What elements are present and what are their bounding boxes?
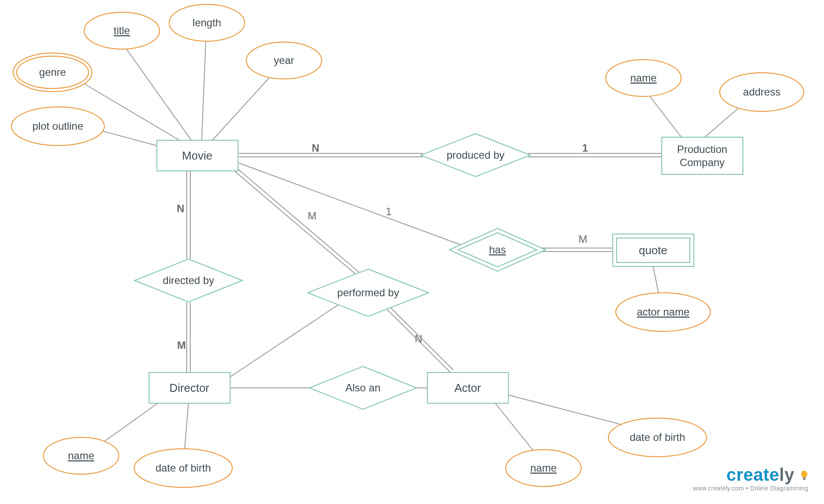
line-director-dob	[184, 403, 188, 456]
entity-actor: Actor	[427, 373, 508, 403]
card-directedby-director: M	[177, 339, 186, 351]
line-movie-performed-2	[235, 167, 371, 282]
brand-part2: ly	[779, 465, 794, 484]
er-diagram-canvas: N 1 N M M N 1 M Movie Production Company…	[0, 0, 824, 504]
creately-logo: creately www.creately.com • Online Diagr…	[693, 465, 808, 492]
attr-pc-name: name	[606, 60, 681, 96]
attr-actor-dob: date of birth	[608, 418, 707, 457]
rel-directed-by: directed by	[135, 259, 242, 302]
attr-director-dob-label: date of birth	[156, 462, 211, 474]
card-movie-has: 1	[386, 206, 391, 217]
attr-length: length	[169, 4, 245, 41]
svg-point-25	[801, 471, 807, 478]
card-producedby-pc: 1	[582, 142, 588, 154]
attr-title: title	[84, 12, 160, 49]
attr-title-label: title	[114, 25, 130, 36]
attr-pc-name-label: name	[630, 72, 657, 84]
rel-performed-by-label: performed by	[337, 287, 399, 298]
line-director-name	[96, 403, 158, 447]
attr-plot-outline-label: plot outline	[32, 120, 83, 132]
attr-director-dob: date of birth	[134, 449, 232, 487]
card-movie-producedby: N	[312, 142, 319, 154]
entity-quote-label: quote	[639, 244, 667, 257]
rel-produced-by-label: produced by	[447, 149, 504, 161]
entity-movie: Movie	[157, 140, 238, 171]
line-movie-has	[239, 163, 462, 245]
rel-produced-by: produced by	[421, 134, 530, 177]
card-movie-directedby: N	[177, 202, 184, 214]
line-movie-year	[210, 70, 276, 142]
svg-rect-1	[662, 137, 743, 174]
attr-quote-actor-name-label: actor name	[637, 306, 689, 318]
line-movie-length	[202, 35, 206, 142]
rel-directed-by-label: directed by	[163, 274, 214, 286]
attr-year-label: year	[274, 54, 295, 66]
rel-also-an: Also an	[309, 366, 416, 409]
entity-quote: quote	[613, 234, 694, 266]
line-movie-genre	[83, 83, 191, 147]
attr-length-label: length	[192, 17, 221, 28]
attr-plot-outline: plot outline	[11, 107, 104, 146]
attr-genre: genre	[13, 53, 92, 92]
rel-performed-by: performed by	[308, 269, 429, 316]
attr-pc-address: address	[720, 73, 804, 111]
brand-tagline: www.creately.com • Online Diagramming	[693, 485, 808, 492]
rel-has-label: has	[489, 244, 506, 256]
rel-has: has	[449, 228, 546, 271]
attr-director-name: name	[43, 437, 119, 474]
attr-actor-name: name	[506, 450, 581, 486]
attr-actor-dob-label: date of birth	[630, 431, 685, 443]
attr-quote-actor-name: actor name	[616, 293, 710, 331]
card-performed-actor: N	[415, 333, 422, 344]
entity-pc-label-1: Production	[677, 143, 728, 155]
entity-actor-label: Actor	[455, 381, 481, 394]
attr-pc-address-label: address	[743, 86, 780, 98]
line-director-performed	[230, 302, 342, 377]
line-pc-name	[646, 92, 684, 140]
card-movie-performed: M	[308, 210, 316, 222]
svg-rect-26	[803, 477, 806, 480]
entity-movie-label: Movie	[182, 149, 212, 162]
brand-part1: create	[726, 465, 779, 484]
entity-director: Director	[149, 373, 230, 403]
entity-director-label: Director	[169, 381, 209, 394]
attr-actor-name-label: name	[530, 462, 557, 474]
entity-production-company: Production Company	[662, 137, 743, 174]
lightbulb-icon	[800, 467, 808, 486]
attr-director-name-label: name	[68, 450, 94, 461]
card-has-quote: M	[579, 233, 587, 245]
rel-also-an-label: Also an	[345, 382, 380, 394]
attr-genre-label: genre	[39, 66, 66, 78]
entity-pc-label-2: Company	[680, 156, 725, 168]
attr-year: year	[246, 42, 322, 79]
line-actor-name	[495, 403, 539, 458]
line-movie-performed-1	[232, 169, 368, 285]
